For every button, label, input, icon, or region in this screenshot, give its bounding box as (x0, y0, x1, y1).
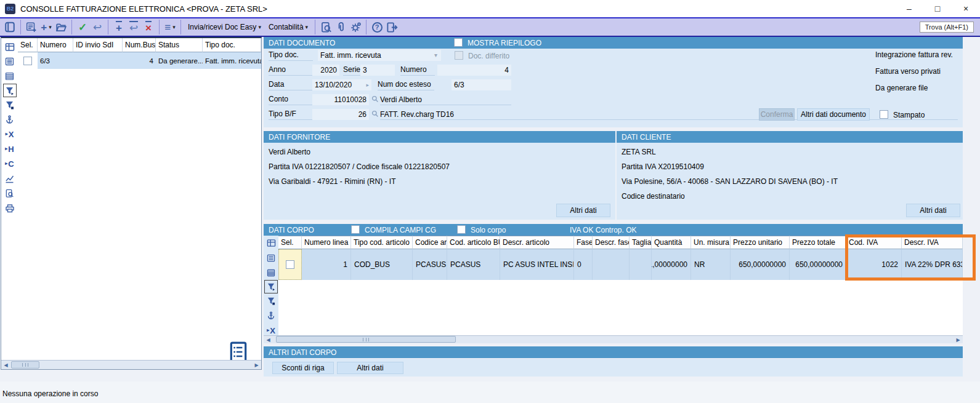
goto-h-icon[interactable]: ▸H (2, 142, 17, 156)
menu-icon[interactable]: ≡ ▾ (163, 19, 177, 35)
row-add-remove-icon[interactable]: + (111, 19, 126, 35)
document-preview-icon[interactable] (318, 19, 333, 35)
minimize-button[interactable]: – (895, 0, 923, 17)
scroll-right-icon[interactable]: ▶ (954, 336, 962, 343)
num-doc-esteso-input[interactable]: 6/3 (452, 79, 511, 90)
fornitore-altri-dati-button[interactable]: Altri dati (556, 204, 610, 217)
column-header-un-misura[interactable]: Un. misura (691, 236, 731, 249)
numero-input[interactable]: 4 (437, 65, 511, 76)
exit-icon[interactable] (384, 19, 399, 35)
chart-icon[interactable] (2, 171, 17, 186)
filter-advanced-icon[interactable] (264, 293, 278, 308)
cell-num-bus[interactable]: 4 (123, 52, 156, 69)
scroll-left-icon[interactable]: ◀ (264, 336, 272, 343)
cell-descr-fase[interactable] (593, 249, 630, 280)
conferma-button[interactable]: Conferma (759, 108, 795, 121)
altri-dati-documento-button[interactable]: Altri dati documento (797, 108, 870, 121)
cell-numero-linea[interactable]: 1 (302, 249, 351, 280)
menu-contabilita[interactable]: Contabilità ▾ (265, 19, 312, 35)
column-header-cod-articolo-bus[interactable]: Cod. articolo BUS (447, 236, 500, 249)
corpo-hscrollbar[interactable]: ◀ ▶ (264, 335, 963, 343)
documents-hscrollbar[interactable]: ◀ ▶ (1, 360, 261, 369)
undo-icon[interactable]: ↩ (90, 19, 105, 35)
cell-tipo-cod-articolo[interactable]: COD_BUS (351, 249, 413, 280)
column-header-tipo-doc[interactable]: Tipo doc. (203, 38, 261, 52)
column-header-descr-fase[interactable]: Descr. fase (593, 236, 630, 249)
cell-fase[interactable]: 0 (574, 249, 593, 280)
solo-corpo-checkbox[interactable] (457, 225, 466, 234)
settings-gear-icon[interactable] (348, 19, 363, 35)
cliente-altri-dati-button[interactable]: Altri dati (906, 204, 960, 217)
column-header-sel[interactable]: Sel. (278, 236, 302, 249)
cell-taglia[interactable] (630, 249, 652, 280)
scroll-thumb[interactable] (276, 336, 456, 343)
column-header-num-bus[interactable]: Num.Bus (123, 38, 156, 52)
cell-descr-articolo[interactable]: PC ASUS INTEL INSI... (500, 249, 574, 280)
tipo-doc-select[interactable]: Fatt. imm. ricevuta ▾ (318, 50, 441, 61)
detail-view-icon[interactable] (264, 265, 278, 280)
column-header-prezzo-totale[interactable]: Prezzo totale (790, 236, 846, 249)
conto-input[interactable]: 11010028 (312, 94, 369, 105)
anchor-icon[interactable] (264, 308, 278, 323)
column-header-numero[interactable]: Numero (38, 38, 73, 52)
lookup-icon[interactable] (371, 95, 379, 103)
anno-input[interactable]: 2020 (312, 65, 339, 76)
column-header-id-invio-sdi[interactable]: ID invio SdI (73, 38, 123, 52)
serie-input[interactable]: 3 (360, 65, 395, 76)
cell-numero[interactable]: 6/3 (38, 52, 73, 69)
filter-icon[interactable] (264, 280, 278, 293)
row-checkbox[interactable] (286, 260, 294, 269)
sconti-di-riga-button[interactable]: Sconti di riga (272, 362, 334, 374)
doc-differito-checkbox[interactable] (455, 51, 463, 60)
row-delete-icon[interactable]: × (141, 19, 156, 35)
cell-quantita[interactable]: 1,00000000 (652, 249, 691, 280)
cell-cod-articolo-bus[interactable]: PCASUS (447, 249, 500, 280)
column-header-tipo-cod-articolo[interactable]: Tipo cod. articolo (351, 236, 413, 249)
add-icon[interactable]: + ▾ (39, 19, 54, 35)
cell-prezzo-unitario[interactable]: 650,00000000 (731, 249, 790, 280)
column-header-fase[interactable]: Fase (574, 236, 593, 249)
attachment-icon[interactable] (333, 19, 348, 35)
column-header-numero-linea[interactable]: Numero linea (302, 236, 351, 249)
column-header-descr-articolo[interactable]: Descr. articolo (500, 236, 574, 249)
cell-status[interactable]: Da generare... (156, 52, 203, 69)
filter-icon[interactable] (3, 84, 17, 97)
close-button[interactable]: × (952, 0, 980, 17)
help-icon[interactable]: ? (370, 19, 384, 35)
altri-dati-corpo-button[interactable]: Altri dati (337, 362, 403, 374)
cell-prezzo-totale[interactable]: 650,00000000 (790, 249, 846, 280)
maximize-button[interactable]: □ (923, 0, 952, 17)
scroll-thumb[interactable] (11, 361, 39, 369)
row-checkbox[interactable] (23, 57, 32, 65)
column-header-status[interactable]: Status (156, 38, 203, 52)
cell-id-invio-sdi[interactable] (73, 52, 123, 69)
list-view-icon[interactable] (264, 250, 278, 265)
scroll-left-icon[interactable]: ◀ (2, 361, 10, 369)
preview-icon[interactable] (2, 186, 17, 201)
open-folder-icon[interactable] (54, 19, 68, 35)
filter-advanced-icon[interactable] (2, 97, 17, 112)
cell-codice-art[interactable]: PCASUS (413, 249, 447, 280)
cell-tipo-doc[interactable]: Fatt. imm. ricevuta (203, 52, 261, 69)
goto-x-icon[interactable]: ▸X (2, 127, 17, 142)
data-input[interactable]: 13/10/2020 ▸ (312, 79, 371, 90)
scroll-right-icon[interactable]: ▶ (253, 361, 261, 369)
goto-c-icon[interactable]: ▸C (2, 156, 17, 171)
mostra-riepilogo-checkbox[interactable] (454, 38, 463, 47)
cell-un-misura[interactable]: NR (691, 249, 731, 280)
row-undo-icon[interactable]: ↩ (126, 19, 141, 35)
column-header-codice-art[interactable]: Codice art. (413, 236, 447, 249)
column-header-taglia[interactable]: Taglia (630, 236, 652, 249)
confirm-icon[interactable]: ✓ (75, 19, 90, 35)
anchor-icon[interactable] (2, 112, 17, 127)
grid-view-icon[interactable] (2, 39, 17, 54)
list-add-icon[interactable] (24, 19, 39, 35)
lookup-icon[interactable] (371, 110, 379, 118)
grid-view-icon[interactable] (264, 236, 278, 250)
stampato-checkbox[interactable] (880, 110, 888, 119)
detail-view-icon[interactable] (2, 69, 17, 84)
column-header-quantita[interactable]: Quantità (652, 236, 691, 249)
menu-invia-ricevi[interactable]: Invia/ricevi Doc Easy ▾ (184, 19, 265, 35)
row-detail-icon[interactable] (230, 341, 247, 362)
new-document-icon[interactable] (2, 19, 17, 35)
